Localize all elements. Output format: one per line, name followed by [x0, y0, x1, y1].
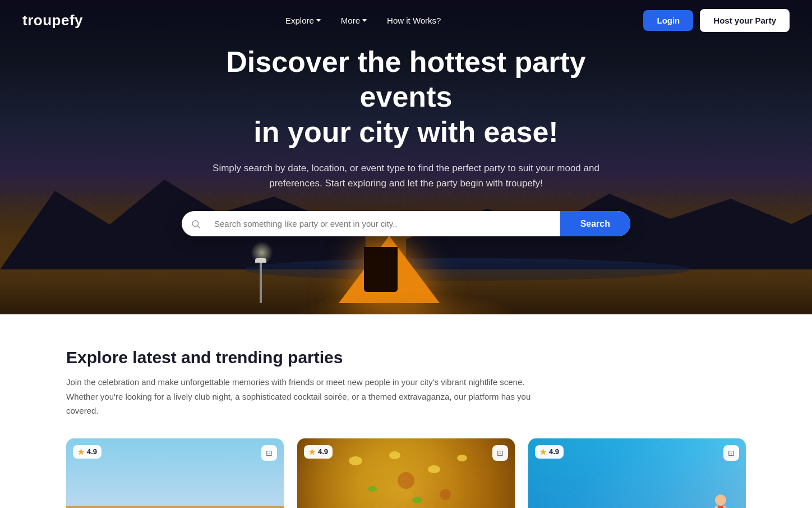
search-icon-wrap: [182, 211, 210, 236]
navbar: troupefy Explore More How it Works? Logi…: [0, 0, 812, 40]
how-it-works-label: How it Works?: [387, 16, 441, 25]
svg-point-16: [389, 451, 400, 459]
card-2-bookmark-button[interactable]: ⊡: [492, 445, 508, 461]
search-input[interactable]: [210, 211, 560, 236]
tent-decoration: [294, 225, 518, 314]
card-2-rating-badge: ★ 4.9: [304, 445, 333, 459]
nav-more[interactable]: More: [333, 11, 375, 30]
card-2-rating: 4.9: [318, 447, 328, 456]
search-bar: Search: [182, 211, 630, 236]
card-3-rating-badge: ★ 4.9: [535, 445, 564, 459]
more-label: More: [341, 16, 360, 25]
svg-point-28: [715, 495, 726, 506]
host-party-button[interactable]: Host your Party: [700, 9, 790, 32]
card-1-bookmark-button[interactable]: ⊡: [261, 445, 277, 461]
svg-point-17: [428, 465, 440, 473]
hero-content: Discover the hottest party events in you…: [170, 44, 642, 237]
nav-actions: Login Host your Party: [643, 9, 790, 32]
card-3-star-icon: ★: [539, 447, 547, 456]
svg-point-18: [457, 455, 467, 461]
hero-title: Discover the hottest party events in you…: [182, 44, 630, 149]
svg-line-1: [197, 226, 200, 228]
nav-links: Explore More How it Works?: [278, 11, 449, 30]
svg-point-25: [398, 472, 414, 489]
more-chevron-icon: [362, 19, 367, 22]
explore-chevron-icon: [316, 19, 321, 22]
card-3-bookmark-button[interactable]: ⊡: [723, 445, 739, 461]
svg-point-19: [368, 486, 377, 492]
card-3-rating: 4.9: [549, 447, 559, 456]
hero-section: Discover the hottest party events in you…: [0, 0, 812, 314]
main-content: Explore latest and trending parties Join…: [0, 314, 812, 508]
card-2-star-icon: ★: [308, 447, 316, 456]
svg-point-20: [412, 497, 422, 504]
brand-logo[interactable]: troupefy: [22, 12, 83, 29]
card-1-star-icon: ★: [77, 447, 85, 456]
party-card-3[interactable]: ★ 4.9 ⊡: [528, 438, 746, 509]
ground-glow: [294, 292, 518, 314]
hero-subtitle: Simply search by date, location, or even…: [210, 161, 602, 191]
party-card-1[interactable]: ★ 4.9 ⊡: [66, 438, 284, 509]
cards-row: ★ 4.9 ⊡: [66, 438, 746, 509]
card-1-ground: [66, 506, 284, 509]
card-1-rating-badge: ★ 4.9: [73, 445, 101, 459]
explore-label: Explore: [285, 16, 314, 25]
nav-explore[interactable]: Explore: [278, 11, 329, 30]
card-1-rating: 4.9: [87, 447, 97, 456]
search-icon: [191, 219, 201, 229]
login-button[interactable]: Login: [643, 10, 693, 31]
section-title: Explore latest and trending parties: [66, 348, 746, 367]
svg-point-27: [440, 489, 451, 500]
lamp-post-decoration: [260, 258, 262, 303]
svg-point-0: [192, 221, 199, 227]
party-card-2[interactable]: ★ 4.9 ⊡: [297, 438, 515, 509]
search-button[interactable]: Search: [560, 211, 630, 236]
svg-point-15: [349, 456, 362, 465]
nav-how-it-works[interactable]: How it Works?: [379, 11, 449, 30]
person-jumping: [690, 489, 735, 509]
section-description: Join the celebration and make unforgetta…: [66, 375, 548, 418]
